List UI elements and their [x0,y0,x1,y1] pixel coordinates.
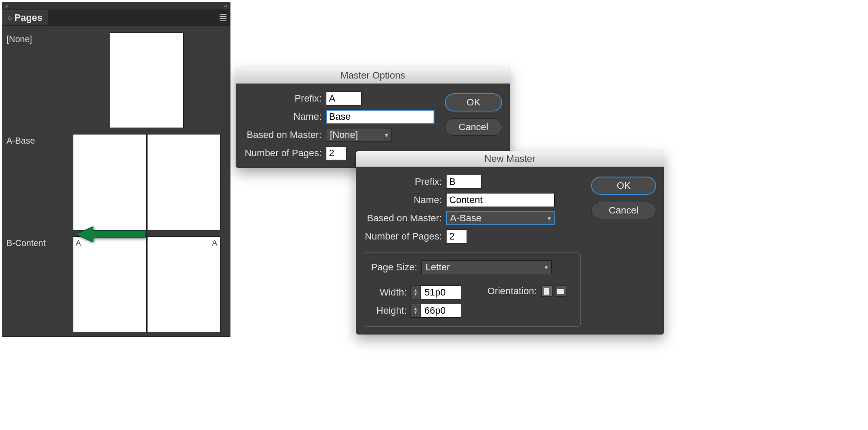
based-on-label: Based on Master: [364,213,446,224]
height-stepper[interactable]: ▲▼ 66p0 [410,304,461,318]
num-pages-label: Number of Pages: [243,148,326,159]
panel-header: ◇ Pages [2,10,230,26]
orientation-label: Orientation: [487,286,537,297]
master-item-abase[interactable]: A-Base [7,134,226,230]
master-label: B-Content [7,236,67,248]
name-input[interactable]: Base [326,110,434,124]
page-size-group: Page Size: Letter ▾ Width: ▲▼ 51p0 [364,252,581,327]
select-value: Letter [425,262,450,273]
orientation-group: Orientation: [487,286,566,297]
master-label: [None] [7,33,67,44]
orientation-landscape-button[interactable] [555,286,566,297]
dialog-title: New Master [484,153,535,164]
master-spread[interactable]: A A [73,236,220,333]
num-pages-label: Number of Pages: [364,231,446,242]
master-item-none[interactable]: [None] [7,33,226,128]
height-input[interactable]: 66p0 [421,304,461,317]
height-label: Height: [371,305,410,316]
panel-controls: × ‹‹ [2,2,230,10]
master-item-bcontent[interactable]: B-Content A A [7,236,226,333]
prefix-label: Prefix: [243,93,326,104]
num-pages-input[interactable]: 2 [446,230,467,243]
chevron-down-icon: ▾ [385,131,388,138]
name-input[interactable]: Content [446,193,555,207]
based-on-select[interactable]: A-Base ▾ [446,211,555,225]
svg-marker-0 [76,226,145,242]
stepper-arrows-icon[interactable]: ▲▼ [411,286,421,299]
select-value: A-Base [450,213,481,224]
panel-title: Pages [14,12,43,23]
master-spread[interactable] [73,134,220,230]
expand-icon: ◇ [8,15,12,21]
chevron-down-icon: ▾ [548,215,551,222]
landscape-icon [557,289,564,294]
name-label: Name: [364,194,446,206]
page-size-label: Page Size: [371,262,417,273]
pages-panel: × ‹‹ ◇ Pages [None] A-Base [2,2,230,337]
panel-tab-pages[interactable]: ◇ Pages [2,10,48,25]
chevron-down-icon: ▾ [545,264,548,271]
based-on-select[interactable]: [None] ▾ [326,128,392,142]
prefix-input[interactable]: B [446,175,482,189]
name-label: Name: [243,111,326,122]
collapse-icon[interactable]: ‹‹ [224,3,227,9]
ok-button[interactable]: OK [445,93,502,112]
annotation-arrow-icon [75,226,146,242]
master-thumb[interactable] [110,33,184,128]
width-label: Width: [371,287,410,298]
page-size-select[interactable]: Letter ▾ [421,260,552,274]
dialog-titlebar[interactable]: New Master [356,151,664,167]
master-label: A-Base [7,134,67,146]
dialog-titlebar[interactable]: Master Options [236,68,510,84]
width-stepper[interactable]: ▲▼ 51p0 [410,286,461,299]
orientation-portrait-button[interactable] [541,286,552,297]
num-pages-input[interactable]: 2 [326,146,347,160]
select-value: [None] [330,129,358,141]
prefix-input[interactable]: A [326,92,362,105]
based-on-badge: A [212,239,217,248]
dialog-title: Master Options [340,70,405,81]
new-master-dialog: New Master Prefix: B Name: Content Based… [356,151,664,335]
width-input[interactable]: 51p0 [421,286,461,299]
ok-button[interactable]: OK [591,177,656,195]
portrait-icon [544,288,549,295]
close-icon[interactable]: × [5,3,8,10]
stepper-arrows-icon[interactable]: ▲▼ [411,304,421,317]
masters-list: [None] A-Base B-Content A [2,26,230,337]
cancel-button[interactable]: Cancel [591,202,656,219]
prefix-label: Prefix: [364,176,446,187]
cancel-button[interactable]: Cancel [445,118,502,136]
based-on-label: Based on Master: [243,129,326,141]
panel-menu-icon[interactable] [220,14,227,21]
